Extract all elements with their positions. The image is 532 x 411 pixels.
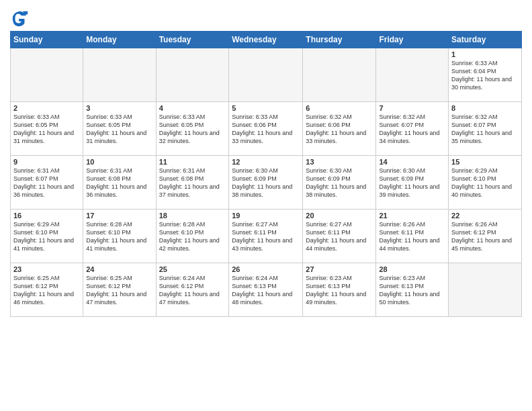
day-info: Sunrise: 6:33 AM Sunset: 6:05 PM Dayligh… [86,113,152,146]
calendar-cell: 16Sunrise: 6:29 AM Sunset: 6:10 PM Dayli… [11,210,83,263]
calendar-cell: 24Sunrise: 6:25 AM Sunset: 6:12 PM Dayli… [83,263,156,317]
day-number: 28 [379,265,445,273]
weekday-sunday: Sunday [11,32,83,48]
day-number: 21 [379,212,445,220]
weekday-tuesday: Tuesday [156,32,229,48]
week-row-1: 1Sunrise: 6:33 AM Sunset: 6:04 PM Daylig… [11,48,522,102]
calendar-cell: 7Sunrise: 6:32 AM Sunset: 6:07 PM Daylig… [376,102,449,156]
calendar-cell: 25Sunrise: 6:24 AM Sunset: 6:12 PM Dayli… [156,263,229,317]
day-number: 10 [86,158,152,166]
day-info: Sunrise: 6:28 AM Sunset: 6:10 PM Dayligh… [159,220,226,253]
week-row-5: 23Sunrise: 6:25 AM Sunset: 6:12 PM Dayli… [11,263,522,317]
calendar-cell [449,263,522,317]
calendar-cell: 9Sunrise: 6:31 AM Sunset: 6:07 PM Daylig… [11,156,83,210]
day-number: 4 [159,104,226,112]
day-number: 18 [159,212,226,220]
weekday-wednesday: Wednesday [229,32,303,48]
day-info: Sunrise: 6:33 AM Sunset: 6:05 PM Dayligh… [159,113,226,146]
day-number: 15 [451,158,519,166]
calendar-cell [156,48,229,102]
day-number: 23 [13,265,80,273]
day-info: Sunrise: 6:33 AM Sunset: 6:05 PM Dayligh… [13,113,80,146]
day-info: Sunrise: 6:30 AM Sunset: 6:09 PM Dayligh… [306,167,373,199]
calendar-cell: 22Sunrise: 6:26 AM Sunset: 6:12 PM Dayli… [449,210,522,263]
calendar-cell: 19Sunrise: 6:27 AM Sunset: 6:11 PM Dayli… [229,210,303,263]
day-number: 2 [13,104,80,112]
week-row-4: 16Sunrise: 6:29 AM Sunset: 6:10 PM Dayli… [11,210,522,263]
day-info: Sunrise: 6:23 AM Sunset: 6:13 PM Dayligh… [306,274,373,307]
weekday-header-row: SundayMondayTuesdayWednesdayThursdayFrid… [11,32,522,48]
calendar-cell [11,48,83,102]
page-container: SundayMondayTuesdayWednesdayThursdayFrid… [0,0,532,324]
logo-icon [10,9,29,28]
weekday-saturday: Saturday [449,32,522,48]
day-number: 27 [306,265,373,273]
day-info: Sunrise: 6:30 AM Sunset: 6:09 PM Dayligh… [379,167,445,199]
calendar-cell [303,48,376,102]
day-info: Sunrise: 6:29 AM Sunset: 6:10 PM Dayligh… [451,167,519,199]
day-info: Sunrise: 6:33 AM Sunset: 6:04 PM Dayligh… [451,59,519,92]
day-number: 11 [159,158,226,166]
calendar-table: SundayMondayTuesdayWednesdayThursdayFrid… [10,31,522,317]
calendar-cell [83,48,156,102]
day-info: Sunrise: 6:32 AM Sunset: 6:07 PM Dayligh… [379,113,445,146]
day-number: 26 [232,265,300,273]
day-number: 8 [451,104,519,112]
day-info: Sunrise: 6:24 AM Sunset: 6:12 PM Dayligh… [159,274,226,307]
day-info: Sunrise: 6:23 AM Sunset: 6:13 PM Dayligh… [379,274,445,307]
day-number: 22 [451,212,519,220]
calendar-cell [376,48,449,102]
day-number: 19 [232,212,300,220]
calendar-cell [229,48,303,102]
calendar-cell: 12Sunrise: 6:30 AM Sunset: 6:09 PM Dayli… [229,156,303,210]
calendar-cell: 13Sunrise: 6:30 AM Sunset: 6:09 PM Dayli… [303,156,376,210]
day-number: 17 [86,212,152,220]
day-number: 24 [86,265,152,273]
calendar-cell: 18Sunrise: 6:28 AM Sunset: 6:10 PM Dayli… [156,210,229,263]
day-number: 20 [306,212,373,220]
calendar-cell: 8Sunrise: 6:32 AM Sunset: 6:07 PM Daylig… [449,102,522,156]
calendar-cell: 6Sunrise: 6:32 AM Sunset: 6:06 PM Daylig… [303,102,376,156]
calendar-cell: 26Sunrise: 6:24 AM Sunset: 6:13 PM Dayli… [229,263,303,317]
weekday-monday: Monday [83,32,156,48]
day-number: 3 [86,104,152,112]
day-info: Sunrise: 6:27 AM Sunset: 6:11 PM Dayligh… [232,220,300,253]
calendar-cell: 4Sunrise: 6:33 AM Sunset: 6:05 PM Daylig… [156,102,229,156]
day-info: Sunrise: 6:27 AM Sunset: 6:11 PM Dayligh… [306,220,373,253]
calendar-cell: 15Sunrise: 6:29 AM Sunset: 6:10 PM Dayli… [449,156,522,210]
calendar-cell: 27Sunrise: 6:23 AM Sunset: 6:13 PM Dayli… [303,263,376,317]
weekday-thursday: Thursday [303,32,376,48]
day-number: 14 [379,158,445,166]
calendar-cell: 23Sunrise: 6:25 AM Sunset: 6:12 PM Dayli… [11,263,83,317]
day-info: Sunrise: 6:30 AM Sunset: 6:09 PM Dayligh… [232,167,300,199]
calendar-cell: 3Sunrise: 6:33 AM Sunset: 6:05 PM Daylig… [83,102,156,156]
day-number: 13 [306,158,373,166]
day-info: Sunrise: 6:32 AM Sunset: 6:06 PM Dayligh… [306,113,373,146]
day-info: Sunrise: 6:32 AM Sunset: 6:07 PM Dayligh… [451,113,519,146]
calendar-cell: 17Sunrise: 6:28 AM Sunset: 6:10 PM Dayli… [83,210,156,263]
day-info: Sunrise: 6:26 AM Sunset: 6:11 PM Dayligh… [379,220,445,253]
calendar-cell: 2Sunrise: 6:33 AM Sunset: 6:05 PM Daylig… [11,102,83,156]
day-info: Sunrise: 6:29 AM Sunset: 6:10 PM Dayligh… [13,220,80,253]
calendar-cell: 14Sunrise: 6:30 AM Sunset: 6:09 PM Dayli… [376,156,449,210]
day-number: 12 [232,158,300,166]
calendar-cell: 5Sunrise: 6:33 AM Sunset: 6:06 PM Daylig… [229,102,303,156]
day-info: Sunrise: 6:28 AM Sunset: 6:10 PM Dayligh… [86,220,152,253]
day-info: Sunrise: 6:31 AM Sunset: 6:07 PM Dayligh… [13,167,80,199]
calendar-cell: 21Sunrise: 6:26 AM Sunset: 6:11 PM Dayli… [376,210,449,263]
calendar-cell: 28Sunrise: 6:23 AM Sunset: 6:13 PM Dayli… [376,263,449,317]
week-row-2: 2Sunrise: 6:33 AM Sunset: 6:05 PM Daylig… [11,102,522,156]
day-number: 16 [13,212,80,220]
day-info: Sunrise: 6:25 AM Sunset: 6:12 PM Dayligh… [86,274,152,307]
day-info: Sunrise: 6:25 AM Sunset: 6:12 PM Dayligh… [13,274,80,307]
day-number: 5 [232,104,300,112]
day-number: 25 [159,265,226,273]
day-number: 9 [13,158,80,166]
day-info: Sunrise: 6:33 AM Sunset: 6:06 PM Dayligh… [232,113,300,146]
calendar-cell: 20Sunrise: 6:27 AM Sunset: 6:11 PM Dayli… [303,210,376,263]
header [10,7,522,28]
day-number: 6 [306,104,373,112]
day-info: Sunrise: 6:31 AM Sunset: 6:08 PM Dayligh… [86,167,152,199]
calendar-cell: 11Sunrise: 6:31 AM Sunset: 6:08 PM Dayli… [156,156,229,210]
weekday-friday: Friday [376,32,449,48]
